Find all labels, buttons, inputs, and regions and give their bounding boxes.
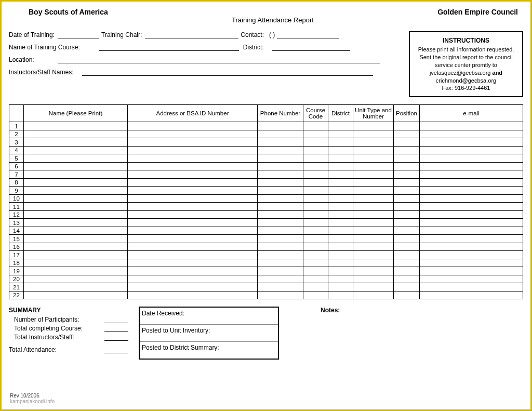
cell[interactable] (24, 267, 128, 275)
cell[interactable] (420, 138, 523, 147)
cell[interactable] (303, 162, 328, 170)
cell[interactable] (353, 122, 394, 130)
cell[interactable] (128, 170, 258, 179)
cell[interactable] (24, 243, 128, 251)
cell[interactable] (24, 162, 128, 170)
cell[interactable] (420, 291, 523, 299)
cell[interactable] (303, 227, 328, 235)
cell[interactable] (420, 170, 523, 179)
cell[interactable] (328, 170, 353, 179)
cell[interactable] (258, 227, 303, 235)
cell[interactable] (420, 194, 523, 203)
cell[interactable] (24, 235, 128, 243)
cell[interactable] (258, 203, 303, 211)
cell[interactable] (353, 251, 394, 259)
cell[interactable] (420, 259, 523, 267)
cell[interactable] (353, 146, 394, 154)
date-field[interactable] (58, 31, 99, 38)
cell[interactable] (24, 146, 128, 154)
cell[interactable] (420, 283, 523, 291)
cell[interactable] (303, 138, 328, 147)
cell[interactable] (303, 275, 328, 283)
cell[interactable] (303, 267, 328, 275)
cell[interactable] (394, 251, 420, 259)
cell[interactable] (420, 187, 523, 195)
cell[interactable] (353, 138, 394, 147)
cell[interactable] (328, 203, 353, 211)
cell[interactable] (394, 170, 420, 179)
cell[interactable] (258, 178, 303, 187)
course-field[interactable] (99, 44, 239, 51)
cell[interactable] (258, 251, 303, 259)
cell[interactable] (420, 275, 523, 283)
cell[interactable] (258, 170, 303, 179)
cell[interactable] (303, 251, 328, 259)
cell[interactable] (258, 187, 303, 195)
cell[interactable] (303, 219, 328, 227)
cell[interactable] (24, 154, 128, 163)
cell[interactable] (394, 130, 420, 138)
cell[interactable] (328, 154, 353, 163)
cell[interactable] (128, 283, 258, 291)
cell[interactable] (328, 178, 353, 187)
cell[interactable] (303, 130, 328, 138)
cell[interactable] (353, 178, 394, 187)
cell[interactable] (128, 187, 258, 195)
cell[interactable] (24, 283, 128, 291)
cell[interactable] (328, 162, 353, 170)
cell[interactable] (420, 146, 523, 154)
cell[interactable] (328, 283, 353, 291)
cell[interactable] (128, 275, 258, 283)
cell[interactable] (303, 154, 328, 163)
cell[interactable] (328, 146, 353, 154)
cell[interactable] (394, 187, 420, 195)
cell[interactable] (24, 219, 128, 227)
cell[interactable] (420, 235, 523, 243)
summary-instructors-field[interactable] (104, 334, 128, 341)
cell[interactable] (258, 275, 303, 283)
cell[interactable] (328, 122, 353, 130)
cell[interactable] (394, 162, 420, 170)
cell[interactable] (420, 210, 523, 219)
cell[interactable] (128, 291, 258, 299)
cell[interactable] (394, 146, 420, 154)
cell[interactable] (128, 138, 258, 147)
cell[interactable] (420, 243, 523, 251)
cell[interactable] (353, 259, 394, 267)
contact-field[interactable] (277, 31, 339, 38)
cell[interactable] (128, 203, 258, 211)
cell[interactable] (128, 227, 258, 235)
cell[interactable] (258, 194, 303, 203)
cell[interactable] (258, 243, 303, 251)
cell[interactable] (353, 291, 394, 299)
summary-completing-field[interactable] (104, 325, 128, 332)
cell[interactable] (353, 194, 394, 203)
summary-participants-field[interactable] (104, 316, 128, 323)
cell[interactable] (353, 283, 394, 291)
cell[interactable] (24, 210, 128, 219)
cell[interactable] (24, 251, 128, 259)
cell[interactable] (303, 187, 328, 195)
cell[interactable] (328, 275, 353, 283)
cell[interactable] (353, 130, 394, 138)
cell[interactable] (420, 203, 523, 211)
cell[interactable] (328, 187, 353, 195)
cell[interactable] (258, 219, 303, 227)
cell[interactable] (24, 227, 128, 235)
cell[interactable] (353, 267, 394, 275)
cell[interactable] (303, 194, 328, 203)
cell[interactable] (303, 203, 328, 211)
cell[interactable] (353, 219, 394, 227)
cell[interactable] (328, 243, 353, 251)
cell[interactable] (258, 138, 303, 147)
cell[interactable] (258, 154, 303, 163)
cell[interactable] (353, 203, 394, 211)
cell[interactable] (394, 267, 420, 275)
cell[interactable] (258, 122, 303, 130)
cell[interactable] (394, 154, 420, 163)
cell[interactable] (353, 162, 394, 170)
cell[interactable] (303, 146, 328, 154)
cell[interactable] (128, 243, 258, 251)
cell[interactable] (394, 203, 420, 211)
cell[interactable] (258, 210, 303, 219)
